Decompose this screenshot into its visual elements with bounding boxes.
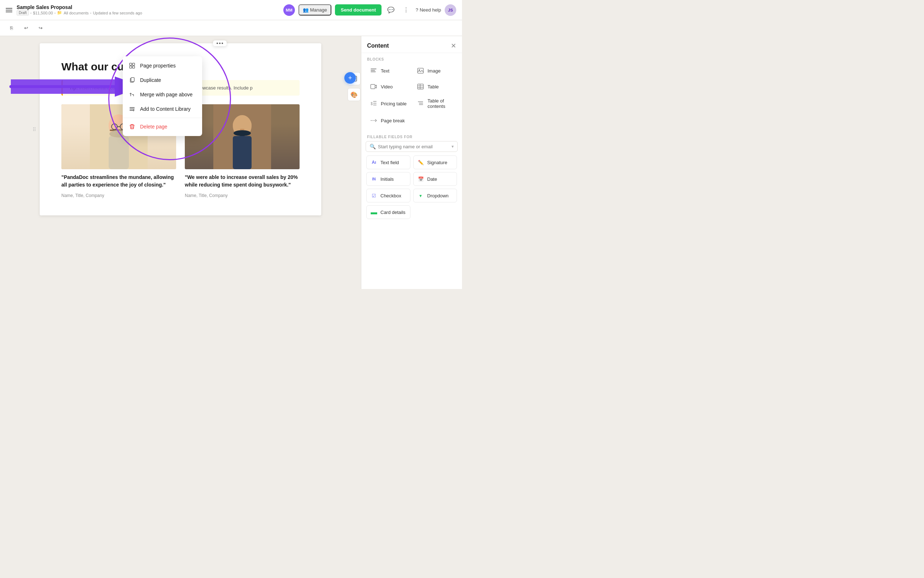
pricing-table-label: Pricing table xyxy=(381,101,407,106)
doc-updated: Updated a few seconds ago xyxy=(93,11,142,15)
send-document-button[interactable]: Send document xyxy=(335,4,382,16)
copy-button[interactable]: ⎘ xyxy=(6,23,17,34)
menu-item-merge-label: Merge with page above xyxy=(140,92,193,97)
testimonial-attr-1: Name, Title, Company xyxy=(61,193,176,198)
avatar-mm: MM xyxy=(283,4,295,16)
block-table[interactable]: Table xyxy=(413,80,458,94)
folder-icon: 📁 xyxy=(57,10,62,15)
video-block-label: Video xyxy=(381,84,393,89)
field-text-field[interactable]: Aı Text field xyxy=(366,156,410,169)
svg-rect-11 xyxy=(233,136,252,169)
svg-rect-24 xyxy=(130,109,135,109)
checkbox-icon: ☑ xyxy=(370,192,377,199)
image-block-icon xyxy=(416,67,425,75)
help-icon: ? xyxy=(415,7,418,13)
svg-rect-19 xyxy=(130,66,132,68)
search-caret-icon: ▾ xyxy=(452,144,454,149)
blocks-section-label: BLOCKS xyxy=(361,53,462,63)
field-checkbox[interactable]: ☑ Checkbox xyxy=(366,189,410,202)
page-break-icon xyxy=(369,116,378,125)
search-icon: 🔍 xyxy=(369,144,376,149)
block-page-break[interactable]: Page break xyxy=(366,113,411,128)
block-text[interactable]: Text xyxy=(366,63,411,78)
context-menu: Page properties Duplicate Merge with pag… xyxy=(123,56,202,136)
menu-item-add-library[interactable]: Add to Content Library xyxy=(123,102,202,116)
svg-rect-2 xyxy=(109,136,129,169)
svg-text:$: $ xyxy=(371,102,373,106)
duplicate-icon xyxy=(129,76,136,84)
undo-button[interactable]: ↩ xyxy=(20,23,32,34)
doc-meta: Draft • $11,500.00 • 📁 All documents • U… xyxy=(16,10,142,16)
menu-item-page-properties[interactable]: Page properties xyxy=(123,58,202,73)
toolbar: ⎘ ↩ ↪ xyxy=(0,20,462,36)
image-block-label: Image xyxy=(428,68,441,74)
video-block-icon xyxy=(369,82,378,91)
draft-badge: Draft xyxy=(16,10,29,16)
merge-icon xyxy=(129,91,136,98)
fields-grid: Aı Text field ✏️ Signature IN Initials 📅… xyxy=(366,155,458,220)
chat-icon-button[interactable]: 💬 xyxy=(385,4,397,16)
field-signature[interactable]: ✏️ Signature xyxy=(413,156,457,169)
card-details-label: Card details xyxy=(381,209,405,215)
menu-icon[interactable] xyxy=(6,8,12,12)
svg-rect-18 xyxy=(132,63,135,65)
toc-block-label: Table of contents xyxy=(428,98,454,109)
dropdown-label: Dropdown xyxy=(427,193,449,198)
text-block-label: Text xyxy=(381,68,389,74)
palette-icon-button[interactable]: 🎨 xyxy=(348,88,361,101)
table-block-icon xyxy=(416,82,425,91)
panel-close-button[interactable]: ✕ xyxy=(451,42,456,50)
blocks-grid: Text Image Video Table xyxy=(361,63,462,131)
need-help-button[interactable]: ? Need help xyxy=(415,7,441,13)
pricing-table-icon: $ xyxy=(369,99,378,108)
doc-folder: All documents xyxy=(63,11,88,15)
canvas-area: ⠿ What our customers say Tip: Insert rel… xyxy=(0,36,361,289)
block-video[interactable]: Video xyxy=(366,80,411,94)
svg-rect-22 xyxy=(131,78,134,81)
svg-rect-34 xyxy=(418,84,423,89)
menu-item-duplicate[interactable]: Duplicate xyxy=(123,73,202,87)
svg-rect-17 xyxy=(130,63,132,65)
block-pricing-table[interactable]: $ Pricing table xyxy=(366,95,411,112)
text-field-label: Text field xyxy=(381,160,399,165)
add-content-button[interactable]: + xyxy=(344,72,356,84)
user-avatar[interactable]: JS xyxy=(445,4,456,16)
card-details-icon: ▬ xyxy=(370,209,377,216)
drag-handle[interactable]: ⠿ xyxy=(33,127,36,132)
block-toc[interactable]: Table of contents xyxy=(413,95,458,112)
dropdown-icon: ▾ xyxy=(417,192,425,199)
page-properties-icon xyxy=(129,62,136,69)
fillable-search-input[interactable] xyxy=(378,144,449,149)
menu-item-add-library-label: Add to Content Library xyxy=(140,106,190,112)
toc-block-icon xyxy=(416,99,425,108)
avatar-group: MM xyxy=(283,4,295,16)
svg-rect-23 xyxy=(130,107,135,108)
initials-label: Initials xyxy=(381,177,394,182)
svg-rect-20 xyxy=(132,66,135,68)
more-options-button[interactable]: ⋮ xyxy=(400,4,412,16)
fillable-section-label: FILLABLE FIELDS FOR xyxy=(361,131,462,141)
field-card-details[interactable]: ▬ Card details xyxy=(366,205,410,219)
field-date[interactable]: 📅 Date xyxy=(413,172,457,186)
signature-icon: ✏️ xyxy=(417,159,425,166)
menu-item-delete[interactable]: Delete page xyxy=(123,119,202,134)
right-panel: Content ✕ BLOCKS Text Image xyxy=(361,36,462,289)
svg-rect-30 xyxy=(371,71,376,72)
manage-button[interactable]: 👥 Manage xyxy=(298,4,331,16)
topbar-right: MM 👥 Manage Send document 💬 ⋮ ? Need hel… xyxy=(283,4,456,16)
signature-label: Signature xyxy=(427,160,447,165)
redo-button[interactable]: ↪ xyxy=(35,23,46,34)
block-image[interactable]: Image xyxy=(413,63,458,78)
field-dropdown[interactable]: ▾ Dropdown xyxy=(413,189,457,202)
testimonial-quote-1: "PandaDoc streamlines the mundane, allow… xyxy=(61,174,176,189)
fillable-search-row: 🔍 ▾ xyxy=(366,141,458,152)
menu-item-merge[interactable]: Merge with page above xyxy=(123,87,202,102)
need-help-label: Need help xyxy=(420,7,441,13)
svg-rect-29 xyxy=(371,70,375,71)
page-options-button[interactable] xyxy=(213,41,227,46)
table-block-label: Table xyxy=(428,84,439,89)
topbar-left: Sample Sales Proposal Draft • $11,500.00… xyxy=(6,4,283,16)
menu-divider xyxy=(123,118,202,118)
panel-title: Content xyxy=(367,42,389,49)
field-initials[interactable]: IN Initials xyxy=(366,172,410,186)
